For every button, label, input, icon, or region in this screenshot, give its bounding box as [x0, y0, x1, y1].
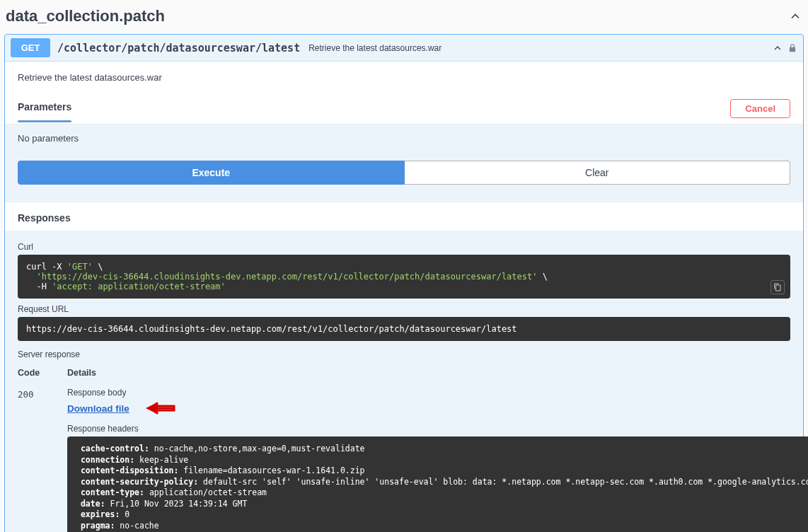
response-headers-label: Response headers: [67, 424, 808, 434]
response-body-label: Response body: [67, 388, 808, 398]
parameters-header: Parameters Cancel: [5, 93, 803, 125]
svg-marker-1: [146, 403, 156, 413]
status-code: 200: [18, 388, 67, 532]
curl-prefix: curl -X: [26, 262, 67, 272]
endpoint-path: /collector/patch/datasourceswar/latest: [57, 42, 300, 54]
clear-button[interactable]: Clear: [405, 161, 791, 185]
curl-method: 'GET': [67, 262, 93, 272]
responses-header: Responses: [5, 202, 803, 231]
endpoint-summary: Retrieve the latest datasources.war: [308, 43, 772, 53]
lock-icon[interactable]: [787, 43, 797, 53]
download-file-link[interactable]: Download file: [67, 403, 129, 414]
curl-label: Curl: [18, 242, 790, 252]
server-response-label: Server response: [18, 349, 790, 359]
request-url-label: Request URL: [18, 304, 790, 314]
responses-body: Curl curl -X 'GET' \ 'https://dev-cis-36…: [5, 231, 803, 532]
curl-block: curl -X 'GET' \ 'https://dev-cis-36644.c…: [18, 255, 790, 299]
response-table: Code Details 200 Response body Download …: [18, 364, 790, 532]
no-parameters-text: No parameters: [5, 125, 803, 161]
http-method-badge: GET: [11, 38, 50, 57]
execute-button[interactable]: Execute: [18, 161, 405, 185]
action-buttons: Execute Clear: [5, 161, 803, 202]
opblock-summary[interactable]: GET /collector/patch/datasourceswar/late…: [5, 35, 803, 61]
request-url-block: https://dev-cis-36644.cloudinsights-dev.…: [18, 317, 790, 341]
parameters-tab[interactable]: Parameters: [18, 101, 71, 117]
tag-title: data_collection.patch: [6, 7, 788, 25]
curl-hflag: -H: [36, 282, 52, 291]
endpoint-description: Retrieve the latest datasources.war: [5, 62, 803, 93]
tag-header[interactable]: data_collection.patch: [0, 0, 808, 34]
response-details: Response body Download file Response hea…: [67, 388, 808, 532]
curl-url: 'https://dev-cis-36644.cloudinsights-dev…: [36, 272, 537, 282]
chevron-up-icon: [772, 42, 783, 54]
cancel-button[interactable]: Cancel: [730, 99, 790, 118]
details-header: Details: [67, 364, 808, 388]
curl-header: 'accept: application/octet-stream': [52, 282, 226, 291]
opblock: GET /collector/patch/datasourceswar/late…: [4, 34, 804, 532]
code-header: Code: [18, 364, 67, 388]
chevron-up-icon: [788, 9, 802, 23]
copy-icon[interactable]: [771, 280, 785, 294]
response-headers-block: cache-control: no-cache,no-store,max-age…: [67, 436, 808, 532]
opblock-body: Retrieve the latest datasources.war Para…: [5, 61, 803, 532]
arrow-annotation-icon: [143, 400, 175, 418]
